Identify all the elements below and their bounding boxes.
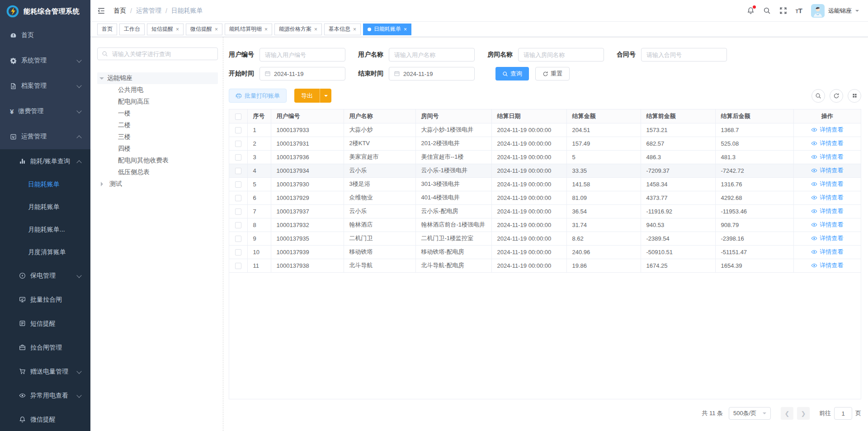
- detail-view-link[interactable]: 详情查看: [811, 248, 843, 256]
- table-cell: 2024-11-19 00:00:00: [491, 123, 566, 137]
- row-checkbox[interactable]: [235, 249, 241, 256]
- detail-view-link[interactable]: 详情查看: [811, 261, 843, 270]
- tab-2[interactable]: 短信提醒×: [147, 24, 184, 35]
- row-checkbox[interactable]: [235, 141, 241, 147]
- view-eye-icon: [811, 140, 817, 147]
- sidebar-item-16[interactable]: 微信提醒: [0, 407, 90, 431]
- filter-input-2[interactable]: [518, 48, 604, 62]
- goto-page-input[interactable]: [834, 407, 852, 420]
- sidebar-item-4[interactable]: 运营管理: [0, 124, 90, 149]
- export-button[interactable]: 导出: [294, 89, 331, 103]
- table-refresh-button[interactable]: [830, 89, 843, 103]
- sidebar-item-5[interactable]: 能耗/账单查询: [0, 149, 90, 173]
- search-button[interactable]: 查询: [495, 67, 529, 81]
- chevron-down-icon: [77, 274, 81, 278]
- filter-input-0[interactable]: [259, 48, 345, 62]
- sidebar-item-7[interactable]: 月能耗账单: [0, 196, 90, 218]
- tree-node-7[interactable]: 配电间其他收费表: [97, 155, 218, 166]
- sidebar-item-0[interactable]: 首页: [0, 23, 90, 48]
- tab-0[interactable]: 首页: [97, 24, 117, 35]
- font-size-icon[interactable]: TT: [796, 7, 802, 14]
- tree-caret-expanded-icon[interactable]: [99, 77, 104, 82]
- sidebar-item-3[interactable]: ¥缴费管理: [0, 99, 90, 124]
- sidebar-item-9[interactable]: 月度清算账单: [0, 241, 90, 264]
- tree-node-0[interactable]: 远能锦座: [97, 72, 218, 84]
- close-tab-icon[interactable]: ×: [404, 27, 407, 32]
- tree-node-5[interactable]: 三楼: [97, 131, 218, 143]
- sidebar-item-8[interactable]: 月能耗账单...: [0, 218, 90, 241]
- sidebar-item-12[interactable]: 短信提醒: [0, 312, 90, 336]
- sidebar-item-11[interactable]: 批量拉合闸: [0, 288, 90, 312]
- tab-5[interactable]: 能源价格方案×: [274, 24, 322, 35]
- table-search-button[interactable]: [811, 89, 825, 103]
- row-checkbox[interactable]: [235, 263, 241, 269]
- sidebar-item-6[interactable]: 日能耗账单: [0, 173, 90, 196]
- close-tab-icon[interactable]: ×: [353, 27, 356, 32]
- start-date-input[interactable]: 2024-11-19: [259, 67, 345, 81]
- eye-icon: [19, 392, 26, 399]
- notification-bell-icon[interactable]: [747, 7, 755, 14]
- detail-view-link[interactable]: 详情查看: [811, 221, 843, 229]
- close-tab-icon[interactable]: ×: [264, 27, 268, 32]
- tab-3[interactable]: 微信提醒×: [186, 24, 222, 35]
- page-size-select[interactable]: 500条/页: [729, 407, 771, 420]
- breadcrumb-item-1[interactable]: 运营管理: [136, 7, 161, 15]
- row-checkbox[interactable]: [235, 195, 241, 201]
- tree-caret-collapsed-icon[interactable]: [101, 182, 105, 186]
- tree-node-4[interactable]: 二楼: [97, 119, 218, 131]
- tab-6[interactable]: 基本信息×: [324, 24, 361, 35]
- next-page-button[interactable]: ❯: [797, 407, 810, 420]
- dashboard-icon: [10, 32, 17, 39]
- row-checkbox[interactable]: [235, 236, 241, 242]
- row-checkbox[interactable]: [235, 222, 241, 228]
- sidebar-item-15[interactable]: 异常用电查看: [0, 384, 90, 407]
- filter-input-1[interactable]: [389, 48, 475, 62]
- prev-page-button[interactable]: ❮: [781, 407, 793, 420]
- detail-view-link[interactable]: 详情查看: [811, 166, 843, 175]
- end-date-input[interactable]: 2024-11-19: [389, 67, 475, 81]
- detail-view-link[interactable]: 详情查看: [811, 194, 843, 202]
- tree-node-3[interactable]: 一楼: [97, 108, 218, 119]
- close-tab-icon[interactable]: ×: [215, 27, 218, 32]
- tab-1[interactable]: 工作台: [119, 24, 145, 35]
- close-tab-icon[interactable]: ×: [314, 27, 317, 32]
- breadcrumb-item-0[interactable]: 首页: [113, 7, 126, 15]
- select-all-checkbox[interactable]: [235, 114, 241, 120]
- fullscreen-icon[interactable]: [779, 7, 787, 14]
- row-checkbox[interactable]: [235, 168, 241, 174]
- sidebar-item-13[interactable]: 拉合闸管理: [0, 336, 90, 360]
- avatar[interactable]: [811, 4, 825, 18]
- sidebar-item-2[interactable]: 档案管理: [0, 73, 90, 99]
- row-checkbox[interactable]: [235, 208, 241, 215]
- row-checkbox[interactable]: [235, 181, 241, 188]
- detail-view-link[interactable]: 详情查看: [811, 180, 843, 188]
- detail-view-link[interactable]: 详情查看: [811, 153, 843, 161]
- detail-view-link[interactable]: 详情查看: [811, 207, 843, 215]
- close-tab-icon[interactable]: ×: [176, 27, 179, 32]
- tree-node-8[interactable]: 低压侧总表: [97, 166, 218, 178]
- search-icon[interactable]: [763, 7, 771, 14]
- tab-4[interactable]: 能耗结算明细×: [225, 24, 272, 35]
- detail-view-link[interactable]: 详情查看: [811, 139, 843, 147]
- sidebar-collapse-icon[interactable]: [97, 7, 105, 15]
- tree-search-input[interactable]: [111, 50, 213, 58]
- sidebar-item-1[interactable]: 系统管理: [0, 48, 90, 73]
- detail-view-link[interactable]: 详情查看: [811, 126, 843, 134]
- sidebar-item-10[interactable]: 保电管理: [0, 264, 90, 288]
- filter-input-3[interactable]: [641, 48, 727, 62]
- detail-view-link[interactable]: 详情查看: [811, 234, 843, 242]
- sidebar-item-14[interactable]: 赠送电量管理: [0, 360, 90, 384]
- table-columns-button[interactable]: [848, 89, 861, 103]
- detail-view-label: 详情查看: [820, 248, 843, 256]
- user-menu[interactable]: 远能锦座: [811, 4, 859, 18]
- tree-node-2[interactable]: 配电间高压: [97, 96, 218, 108]
- tree-node-9[interactable]: 测试: [97, 178, 218, 190]
- row-checkbox[interactable]: [235, 154, 241, 161]
- tab-7[interactable]: 日能耗账单×: [363, 24, 411, 35]
- row-checkbox[interactable]: [235, 127, 241, 133]
- export-dropdown-caret[interactable]: [320, 89, 331, 103]
- batch-print-button[interactable]: 批量打印账单: [229, 89, 287, 103]
- reset-button[interactable]: 重置: [535, 67, 570, 81]
- tree-node-6[interactable]: 四楼: [97, 143, 218, 155]
- tree-node-1[interactable]: 公共用电: [97, 84, 218, 96]
